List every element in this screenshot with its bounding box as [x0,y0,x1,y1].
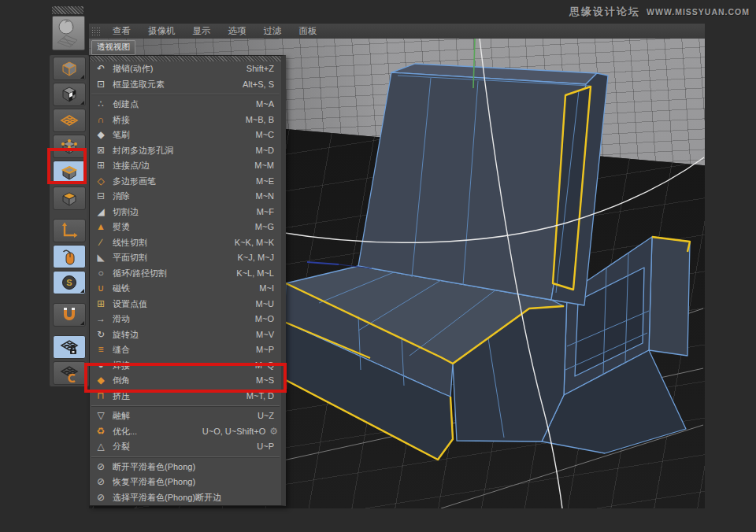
axis-mode-button[interactable] [53,219,86,242]
menu-item-shortcut: K~K, M~K [235,235,274,251]
menubar-item[interactable]: 摄像机 [139,25,184,37]
menu-item-break-phong[interactable]: ⊘断开平滑着色(Phong) [90,460,281,475]
menu-item-dissolve[interactable]: ⊟消除M~N [90,189,281,205]
menu-item-undo[interactable]: ↶撤销(动作)Shift+Z [90,61,281,77]
menu-item-label: 优化... [113,424,202,440]
menubar-item[interactable]: 面板 [291,25,326,37]
menu-item-label: 焊接 [113,358,255,374]
menubar-item[interactable]: 过滤 [255,25,291,37]
magnet-snap-button[interactable] [53,303,86,327]
menu-item-polygon-pen[interactable]: ◇多边形画笔M~E [90,174,281,190]
menu-item-label: 封闭多边形孔洞 [113,143,255,159]
menu-item-bevel[interactable]: ◆倒角M~S [90,373,281,389]
menu-item-connect[interactable]: ⊞连接点/边M~M [90,158,281,174]
stitch-sew-icon: ≡ [94,342,108,358]
menu-item-label: 框显选取元素 [113,77,243,93]
menu-item-bridge[interactable]: ∩桥接M~B, B [90,113,281,128]
menu-item-create-point[interactable]: ∴创建点M~A [90,97,281,113]
settings-gear-icon[interactable]: ⚙ [269,424,278,440]
menu-item-label: 融解 [113,408,258,424]
axis-mode-icon [60,221,79,240]
menu-item-rotate-edge[interactable]: ↻旋转边M~V [90,327,281,343]
menu-item-frame-selected[interactable]: ⊡框显选取元素Alt+S, S [90,77,281,93]
menu-item-label: 多边形画笔 [113,174,256,190]
tweak-mode-button[interactable] [53,245,86,268]
menu-item-shortcut: M~N [255,189,274,205]
menu-item-magnet[interactable]: ∪磁铁M~I [90,281,281,297]
menu-item-split[interactable]: △分裂U~P [90,439,281,455]
workplane-mode-button[interactable] [53,109,86,132]
texture-mode-button[interactable] [53,83,86,106]
menu-item-shortcut: M~E [256,174,274,190]
menu-item-slide[interactable]: →滑动M~O [90,312,281,327]
menubar-item[interactable]: 查看 [104,25,139,37]
menubar-grip-icon[interactable] [91,27,101,36]
workplane-snap-button[interactable] [53,361,86,385]
iron-icon: ▲ [94,220,108,235]
break-phong-shading-icon: ⊘ [94,460,108,475]
points-mode-button[interactable] [53,135,86,158]
edges-mode-button[interactable] [53,161,86,184]
menubar-item[interactable]: 选项 [220,25,255,37]
mode-toolbar: S [50,55,89,386]
melt-icon: ▽ [94,408,108,424]
polygons-mode-button[interactable] [53,187,86,210]
menu-item-brush[interactable]: ◆笔刷M~C [90,127,281,143]
menu-item-restore-phong[interactable]: ⊘恢复平滑着色(Phong) [90,475,281,490]
viewport-view-label[interactable]: 透视视图 [91,40,135,55]
restore-phong-shading-icon: ⊘ [94,475,108,490]
menu-item-label: 创建点 [113,97,256,113]
bevel-icon: ◆ [94,373,108,389]
context-menu-list: ↶撤销(动作)Shift+Z⊡框显选取元素Alt+S, S∴创建点M~A∩桥接M… [90,61,281,505]
menu-item-set-point[interactable]: ⊞设置点值M~U [90,297,281,312]
watermark: 思缘设计论坛WWW.MISSYUAN.COM [569,4,750,19]
menu-item-shortcut: M~F [257,205,274,220]
menu-separator [91,456,280,458]
menu-item-extrude[interactable]: ⊓挤压M~T, D [90,389,281,405]
menubar-item[interactable]: 显示 [184,25,220,37]
bridge-icon: ∩ [94,113,108,128]
polygon-pen-icon: ◇ [94,174,108,190]
edges-mode-icon [60,163,79,182]
menu-item-label: 选择平滑着色(Phong)断开边 [113,490,274,506]
make-editable-icon [60,59,79,78]
menu-item-shortcut: M~G [255,220,274,235]
menu-item-iron[interactable]: ▲熨烫M~G [90,220,281,235]
watermark-site-url: WWW.MISSYUAN.COM [647,7,750,17]
menu-item-close-hole[interactable]: ⊠封闭多边形孔洞M~D [90,143,281,159]
menu-item-shortcut: Alt+S, S [243,77,274,93]
undo-icon: ↶ [94,61,108,77]
menu-item-weld[interactable]: ●焊接M~Q [90,358,281,374]
make-editable-button[interactable] [53,57,86,80]
menu-item-stitch[interactable]: ≡缝合M~P [90,342,281,358]
menu-item-cut-edge[interactable]: ◢切割边M~F [90,205,281,220]
submenu-indicator [80,101,84,105]
submenu-indicator [80,289,84,293]
plane-cut-icon: ◣ [94,250,108,266]
menu-item-select-phong[interactable]: ⊘选择平滑着色(Phong)断开边 [90,490,281,506]
menu-item-shortcut: M~P [256,342,274,358]
frame-selection-icon: ⊡ [94,77,108,93]
toolbar-group-gap [51,297,87,301]
toolbar-group-gap [51,329,87,333]
magnet-icon: ∪ [94,281,108,297]
snap-mode-button[interactable]: S [53,271,86,294]
create-point-icon: ∴ [94,97,108,113]
menu-item-label: 撤销(动作) [113,61,246,77]
menu-item-loop-cut[interactable]: ○循环/路径切割K~L, M~L [90,266,281,282]
workplane-lock-button[interactable] [53,335,86,359]
menu-item-line-cut[interactable]: ∕线性切割K~K, M~K [90,235,281,251]
menu-item-plane-cut[interactable]: ◣平面切割K~J, M~J [90,250,281,266]
menu-item-label: 倒角 [113,373,256,389]
viewport-menubar: 查看摄像机显示选项过滤面板 [89,24,705,39]
menu-tear-off-handle[interactable] [90,56,281,61]
menu-item-shortcut: M~A [256,97,274,113]
menu-item-melt[interactable]: ▽融解U~Z [90,408,281,424]
menu-item-shortcut: M~U [255,297,274,312]
svg-text:S: S [66,278,72,287]
palette-drag-handle[interactable] [52,6,83,14]
app-logo [52,16,85,50]
menu-item-optimize[interactable]: ♻优化...U~O, U~Shift+O⚙ [90,424,281,440]
menu-item-label: 断开平滑着色(Phong) [113,460,274,475]
menu-item-label: 旋转边 [113,327,256,343]
